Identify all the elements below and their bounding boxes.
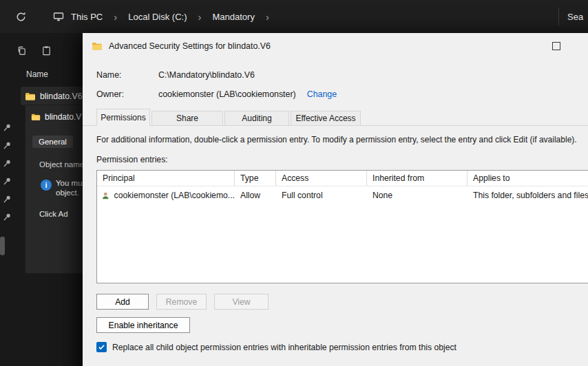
chevron-right-icon[interactable]: › [198, 12, 201, 22]
pushpin-icon[interactable] [3, 176, 12, 185]
scrollbar-thumb[interactable] [0, 237, 5, 255]
paste-icon[interactable] [41, 45, 52, 58]
copy-icon[interactable] [17, 45, 27, 58]
folder-icon [92, 41, 103, 52]
pushpin-icon[interactable] [3, 140, 12, 149]
column-header-access[interactable]: Access [276, 171, 367, 186]
cell-principal: cookiemonster (LAB\cookiemo... [114, 191, 235, 200]
column-header-name[interactable]: Name [26, 69, 48, 79]
info-text-line1: You mus [56, 179, 86, 187]
permission-entries-label: Permission entries: [96, 155, 168, 164]
owner-value: cookiemonster (LAB\cookiemonster) [158, 89, 296, 99]
replace-permissions-checkbox[interactable] [96, 342, 107, 352]
tab-permissions[interactable]: Permissions [96, 109, 150, 126]
change-owner-link[interactable]: Change [307, 89, 337, 99]
pushpin-icon[interactable] [3, 212, 12, 221]
info-icon: i [41, 180, 52, 191]
nav-pin-column [3, 122, 12, 221]
pushpin-icon[interactable] [3, 122, 12, 131]
checkmark-icon [98, 343, 105, 351]
replace-permissions-label[interactable]: Replace all child object permission entr… [112, 343, 456, 352]
cell-type: Allow [235, 191, 276, 200]
chevron-right-icon[interactable]: › [114, 12, 117, 22]
advanced-security-dialog: Advanced Security Settings for blindato.… [83, 33, 588, 366]
add-button[interactable]: Add [96, 294, 149, 310]
name-value: C:\Mandatory\blindato.V6 [158, 70, 255, 80]
owner-label: Owner: [96, 89, 158, 99]
folder-icon [25, 91, 36, 102]
desktop-screen: This PC › Local Disk (C:) › Mandatory › … [0, 0, 588, 366]
name-label: Name: [96, 70, 158, 80]
breadcrumb-local-disk[interactable]: Local Disk (C:) [128, 12, 187, 22]
search-box[interactable]: Sea [567, 12, 588, 22]
instruction-text: For additional information, double-click… [96, 135, 588, 144]
column-header-principal[interactable]: Principal [97, 171, 235, 186]
breadcrumb-mandatory[interactable]: Mandatory [212, 12, 254, 22]
refresh-icon[interactable] [15, 11, 27, 23]
properties-dialog-title: blindato.V [45, 112, 81, 122]
click-advanced-text: Click Ad [39, 210, 68, 218]
info-text-line2: object. [56, 189, 79, 197]
cell-applies-to: This folder, subfolders and files [468, 191, 588, 200]
folder-icon [31, 112, 41, 122]
table-row[interactable]: cookiemonster (LAB\cookiemo... Allow Ful… [97, 186, 588, 204]
column-header-applies-to[interactable]: Applies to [468, 171, 588, 186]
topbar-divider [558, 8, 559, 25]
maximize-icon[interactable] [552, 42, 560, 50]
table-header-row: Principal Type Access Inherited from App… [97, 171, 588, 186]
column-header-type[interactable]: Type [235, 171, 276, 186]
tab-general[interactable]: General [32, 136, 73, 148]
tab-effective-access[interactable]: Effective Access [291, 111, 361, 125]
breadcrumb-this-pc[interactable]: This PC [71, 12, 103, 22]
pushpin-icon[interactable] [3, 194, 12, 203]
column-header-inherited-from[interactable]: Inherited from [367, 171, 468, 186]
dialog-title: Advanced Security Settings for blindato.… [109, 41, 271, 51]
cell-inherited-from: None [367, 191, 468, 200]
enable-inheritance-button[interactable]: Enable inheritance [96, 317, 190, 333]
file-row-blindato[interactable]: blindato.V6 [21, 87, 84, 105]
pushpin-icon[interactable] [3, 158, 12, 167]
this-pc-icon [53, 11, 64, 22]
file-name-label: blindato.V6 [40, 92, 83, 101]
view-button[interactable]: View [214, 294, 269, 310]
tab-auditing[interactable]: Auditing [224, 111, 289, 125]
chevron-right-icon[interactable]: › [266, 12, 269, 22]
explorer-address-bar: This PC › Local Disk (C:) › Mandatory › … [0, 0, 588, 33]
dialog-titlebar[interactable]: Advanced Security Settings for blindato.… [83, 33, 588, 59]
cell-access: Full control [276, 191, 367, 200]
object-name-label: Object name: [39, 160, 86, 169]
user-avatar-icon [101, 191, 110, 201]
tab-share[interactable]: Share [151, 111, 223, 125]
dialog-tab-strip: Permissions Share Auditing Effective Acc… [83, 109, 588, 126]
remove-button[interactable]: Remove [156, 294, 207, 310]
permission-entries-table: Principal Type Access Inherited from App… [96, 170, 588, 283]
